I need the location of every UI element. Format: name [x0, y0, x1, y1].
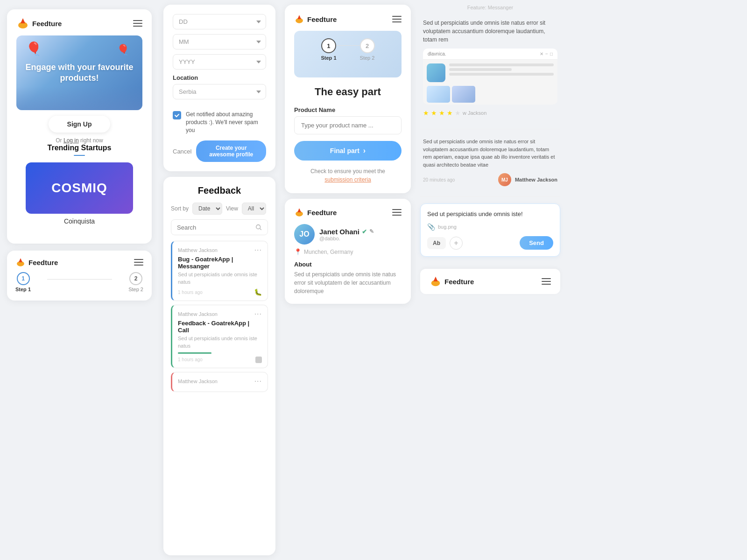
steps-row: 1 Step 1 2 Step 2 — [302, 38, 394, 61]
star-1: ★ — [423, 109, 429, 117]
profile-menu-button[interactable] — [392, 209, 402, 216]
search-icon — [255, 224, 262, 231]
balloon-icon: 🎈 — [26, 41, 42, 56]
step-node-1: 1 Step 1 — [321, 38, 336, 61]
app-header: Feedture — [16, 17, 142, 30]
app-card-mini: Feedture 1 Step 1 2 Step 2 — [7, 251, 152, 301]
yyyy-select[interactable]: YYYY — [173, 54, 266, 70]
fi-2-title: Feedback - GoatrekApp | Call — [178, 320, 262, 334]
star-2: ★ — [431, 109, 437, 117]
bottom-menu-button[interactable] — [542, 278, 551, 285]
balloon2-icon: 🎈 — [117, 44, 129, 56]
preview-img-2 — [452, 86, 475, 103]
preview-text-lines — [449, 63, 554, 82]
view-select[interactable]: All — [242, 203, 266, 215]
create-profile-button[interactable]: Create your awesome profile — [196, 140, 266, 162]
fi-2-desc: Sed ut perspiciatis unde omnis iste natu… — [178, 335, 262, 350]
sort-label: Sort by — [171, 205, 189, 212]
bottom-logo-bar: Feedture — [420, 269, 560, 294]
fi-1-header: Matthew Jackson ··· — [178, 246, 262, 254]
profile-user: JO Janet Ohani ✔ ✎ @dabbo. — [294, 224, 402, 245]
fi-2-menu[interactable]: ··· — [254, 310, 262, 318]
reviewer-avatar: MJ — [498, 173, 511, 186]
location-select[interactable]: Serbia — [173, 84, 266, 99]
attachment-name: bug.png — [438, 224, 457, 230]
easy-part-title: The easy part — [294, 86, 402, 98]
star-3: ★ — [439, 109, 445, 117]
product-title: Coinquista — [26, 217, 133, 225]
fi-1-footer: 1 hours ago 🐛 — [178, 288, 262, 296]
feedture-logo-icon — [16, 17, 29, 30]
preview-line-2 — [449, 68, 512, 71]
preview-thumbnail — [427, 63, 445, 82]
product-brand: COSMIQ — [51, 181, 107, 196]
bottom-logo-icon — [430, 275, 442, 287]
menu-button[interactable] — [133, 20, 142, 27]
fi-1-menu[interactable]: ··· — [254, 246, 262, 254]
submission-link[interactable]: submission criteria — [324, 176, 371, 183]
review-preview: dlavnica. ✕ − □ — [423, 49, 557, 105]
reviewer-full-name: Matthew Jackson — [515, 177, 557, 182]
fi-2-author: Matthew Jackson — [178, 311, 218, 317]
checkbox-checked[interactable] — [173, 111, 181, 119]
checkmark-icon — [174, 112, 180, 118]
mm-select[interactable]: MM — [173, 34, 266, 49]
cancel-button[interactable]: Cancel — [173, 148, 191, 155]
sort-select[interactable]: Date — [192, 203, 222, 215]
attachment-row: 📎 bug.png — [427, 223, 553, 231]
signup-button[interactable]: Sign Up — [49, 116, 111, 133]
fi-3-menu[interactable]: ··· — [254, 377, 262, 385]
review-meta: 20 minutes ago MJ Matthew Jackson — [423, 173, 557, 186]
checkbox-label: Get notified about amazing products :). … — [186, 111, 266, 134]
svg-marker-10 — [433, 277, 437, 281]
bug-icon: 🐛 — [254, 288, 262, 296]
product-name-input[interactable] — [294, 116, 402, 134]
step-2-item: 2 Step 2 — [128, 272, 143, 292]
fi-1-desc: Sed ut perspiciatis unde omnis iste natu… — [178, 271, 262, 286]
app-card-top: Feedture 🎈 🎈 Engage with your favourite … — [7, 9, 152, 244]
preview-max-icon: □ — [550, 51, 553, 56]
mini-app-header: Feedture — [15, 257, 143, 267]
message-box: Sed ut perspiciatis unde omnis iste! 📎 b… — [420, 203, 560, 257]
divider-1 — [420, 129, 560, 129]
fi-2-icon — [255, 357, 262, 363]
preview-min-icon: − — [545, 51, 548, 56]
message-text: Sed ut perspiciatis unde omnis iste! — [427, 210, 553, 217]
column-3: Feedture 1 Step 1 2 Ste — [280, 0, 416, 560]
plus-button[interactable]: + — [450, 237, 463, 250]
verified-icon: ✔ — [362, 228, 367, 235]
step-1-item: 1 Step 1 — [15, 272, 31, 292]
profile-header: Feedture — [294, 207, 402, 217]
steps-banner: 1 Step 1 2 Step 2 — [294, 31, 402, 77]
review-time: 20 minutes ago — [423, 177, 494, 182]
step-1-label: Step 1 — [15, 287, 31, 292]
feature-label: Feature: Messanger — [420, 5, 560, 10]
final-part-button[interactable]: Final part › — [294, 141, 402, 161]
search-input[interactable] — [177, 224, 255, 231]
ab-button[interactable]: Ab — [427, 237, 446, 249]
profile-card: Feedture JO Janet Ohani ✔ ✎ @dabbo. 📍 Mu… — [285, 199, 411, 304]
fi-3-header: Matthew Jackson ··· — [178, 377, 262, 385]
step-line — [337, 45, 360, 46]
hero-banner: 🎈 🎈 Engage with your favourite products! — [16, 35, 142, 110]
preview-images-row — [423, 86, 557, 105]
review-text-2: Sed ut perspiciatis unde omnis iste natu… — [423, 138, 557, 168]
send-button[interactable]: Send — [520, 236, 553, 250]
submission-text: Check to ensure you meet the submission … — [294, 167, 402, 184]
preview-line-1 — [449, 63, 554, 66]
mini-menu-button[interactable] — [134, 259, 143, 266]
feedback-item-2: Matthew Jackson ··· Feedback - GoatrekAp… — [171, 305, 268, 368]
attachment-icon: 📎 — [427, 223, 435, 231]
dd-select[interactable]: DD — [173, 14, 266, 29]
edit-icon[interactable]: ✎ — [369, 228, 374, 235]
sort-row: Sort by Date View All — [171, 203, 268, 215]
logo: Feedture — [16, 17, 62, 30]
arrow-icon: › — [363, 147, 366, 155]
step-2-circle: 2 — [129, 272, 142, 285]
pf-menu-button[interactable] — [392, 16, 402, 22]
column-2: DD MM YYYY Location Serbia Get notified … — [159, 0, 280, 560]
login-prompt: Or Log in right now — [16, 137, 142, 144]
login-link[interactable]: Log in — [63, 137, 79, 144]
svg-marker-8 — [297, 208, 301, 212]
hero-text: Engage with your favourite products! — [16, 62, 142, 84]
